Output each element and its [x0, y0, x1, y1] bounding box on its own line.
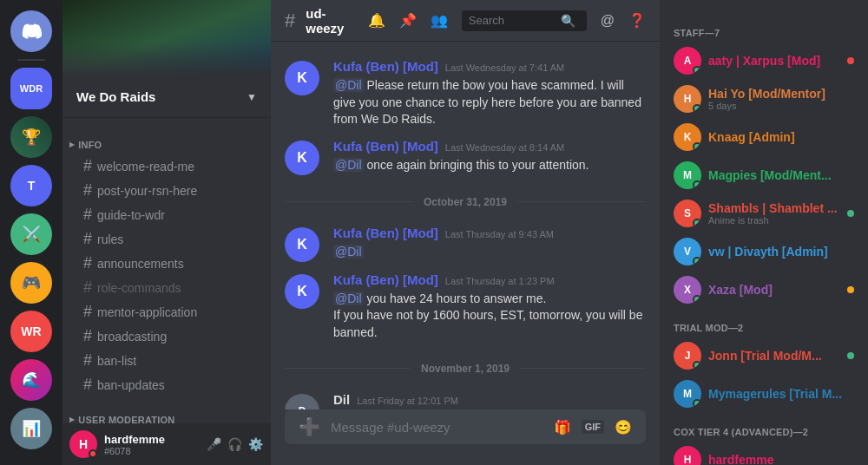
mention: @Dil: [333, 245, 364, 259]
discord-home-button[interactable]: [10, 10, 52, 52]
channel-mentor-application[interactable]: # mentor-application: [69, 300, 264, 324]
staff-section-header: STAFF—7: [667, 14, 861, 42]
headphones-icon[interactable]: 🎧: [226, 436, 243, 453]
user-panel-icons: 🎤 🎧 ⚙️: [205, 436, 264, 453]
member-item[interactable]: M Magpies [Mod/Ment...: [667, 156, 861, 194]
member-item[interactable]: H Hai Yo [Mod/Mentor] 5 days: [667, 80, 861, 118]
date-divider: November 1, 2019: [271, 349, 660, 389]
help-icon[interactable]: ❓: [628, 12, 646, 29]
message-header: Kufa (Ben) [Mod] Last Thursday at 9:43 A…: [333, 226, 646, 240]
channel-post-your-rsn[interactable]: # post-your-rsn-here: [69, 179, 264, 202]
online-indicator: [693, 104, 701, 113]
date-divider-text: October 31, 2019: [424, 196, 507, 208]
online-indicator: [693, 399, 701, 408]
channel-label: ban-updates: [97, 378, 165, 392]
channels-list: ▸ INFO # welcome-read-me # post-your-rsn…: [62, 118, 271, 423]
divider-line: [285, 201, 413, 202]
member-item[interactable]: J Jonn [Trial Mod/M...: [667, 337, 861, 375]
member-avatar: M: [674, 380, 701, 408]
member-item[interactable]: S Shambls | Shamblet ... Anime is trash: [667, 194, 861, 232]
info-section-header[interactable]: ▸ INFO: [62, 125, 271, 154]
gif-icon[interactable]: GIF: [582, 420, 604, 434]
members-icon[interactable]: 👥: [431, 12, 448, 29]
user-avatar: H: [69, 430, 97, 458]
hash-icon: #: [83, 351, 92, 370]
server-name-header[interactable]: We Do Raids ▼: [62, 76, 271, 118]
member-item[interactable]: X Xaza [Mod]: [667, 271, 861, 309]
message-content: Dil Last Friday at 12:01 PM I'll give it…: [333, 392, 646, 409]
channel-rules[interactable]: # rules: [69, 227, 264, 251]
channel-sidebar: We Do Raids ▼ ▸ INFO # welcome-read-me #…: [62, 0, 271, 465]
message-input[interactable]: [331, 410, 543, 444]
chat-input-area: ➕ 🎁 GIF 😊: [271, 409, 660, 465]
emoji-icon[interactable]: 😊: [615, 419, 632, 436]
user-moderation-header[interactable]: ▸ USER MODERATION: [62, 400, 271, 423]
channel-welcome-read-me[interactable]: # welcome-read-me: [69, 154, 264, 178]
server-divider: [17, 59, 45, 61]
add-file-button[interactable]: ➕: [299, 409, 320, 444]
divider-line: [520, 368, 646, 369]
server-name-text: We Do Raids: [76, 89, 155, 104]
server-icon-8[interactable]: 📊: [10, 408, 52, 449]
message-content: Kufa (Ben) [Mod] Last Wednesday at 7:41 …: [333, 59, 646, 128]
message-header: Kufa (Ben) [Mod] Last Wednesday at 8:14 …: [333, 139, 646, 154]
bell-icon[interactable]: 🔔: [368, 12, 385, 29]
server-icon-5[interactable]: 🎮: [10, 262, 52, 304]
channel-label: rules: [97, 232, 123, 246]
member-info: vw | Divayth [Admin]: [708, 245, 854, 259]
message-author: Kufa (Ben) [Mod]: [333, 139, 438, 154]
member-name: Jonn [Trial Mod/M...: [708, 349, 840, 363]
at-icon[interactable]: @: [601, 13, 615, 29]
member-item[interactable]: M Mymagerules [Trial M...: [667, 375, 861, 413]
avatar: K: [285, 227, 319, 262]
microphone-icon[interactable]: 🎤: [205, 436, 222, 453]
channel-ban-updates[interactable]: # ban-updates: [69, 373, 264, 396]
server-icon-7[interactable]: 🌊: [10, 359, 52, 401]
member-name: Magpies [Mod/Ment...: [708, 168, 854, 182]
channel-guide-to-wdr[interactable]: # guide-to-wdr: [69, 203, 264, 226]
avatar: K: [285, 61, 319, 95]
pin-icon[interactable]: 📌: [399, 12, 417, 29]
member-item[interactable]: A aaty | Xarpus [Mod]: [667, 42, 861, 80]
message-content: Kufa (Ben) [Mod] Last Thursday at 9:43 A…: [333, 226, 646, 262]
input-icons: 🎁 GIF 😊: [554, 419, 632, 436]
server-icon-2[interactable]: 🏆: [10, 116, 52, 158]
member-item[interactable]: H hardfemme: [667, 441, 861, 465]
message-timestamp: Last Wednesday at 8:14 AM: [445, 142, 564, 153]
message-text: @Dil: [333, 244, 646, 261]
channel-label: role-commands: [97, 281, 181, 295]
channel-role-commands[interactable]: # role-commands: [69, 276, 264, 299]
settings-icon[interactable]: ⚙️: [247, 436, 264, 453]
member-avatar: M: [674, 161, 701, 189]
channel-announcements[interactable]: # announcements: [69, 252, 264, 275]
server-icon-3[interactable]: T: [10, 165, 52, 206]
message-timestamp: Last Wednesday at 7:41 AM: [445, 62, 564, 73]
member-avatar: K: [674, 123, 701, 151]
user-panel: H hardfemme #6078 🎤 🎧 ⚙️: [62, 423, 271, 465]
gift-icon[interactable]: 🎁: [554, 419, 571, 436]
message-header: Kufa (Ben) [Mod] Last Wednesday at 7:41 …: [333, 59, 646, 74]
message-text: @Dil you have 24 hours to answer me. If …: [333, 291, 646, 342]
channel-ban-list[interactable]: # ban-list: [69, 349, 264, 372]
channel-broadcasting[interactable]: # broadcasting: [69, 324, 264, 348]
search-input[interactable]: [469, 14, 556, 27]
channel-label: broadcasting: [97, 330, 167, 344]
hash-icon: #: [83, 376, 92, 394]
hash-icon: #: [83, 230, 92, 248]
member-avatar: A: [674, 47, 701, 75]
server-icon-6[interactable]: WR: [10, 311, 52, 352]
member-info: Mymagerules [Trial M...: [708, 387, 854, 401]
online-indicator: [693, 257, 701, 265]
search-bar[interactable]: 🔍: [462, 10, 587, 31]
chat-channel-name: ud-weezy: [306, 6, 347, 36]
member-item[interactable]: V vw | Divayth [Admin]: [667, 232, 861, 271]
member-item[interactable]: K Knaag [Admin]: [667, 118, 861, 156]
member-avatar: V: [674, 238, 701, 265]
member-avatar: X: [674, 276, 701, 304]
message-timestamp: Last Friday at 12:01 PM: [357, 396, 458, 406]
hash-icon: #: [83, 327, 92, 345]
search-icon: 🔍: [561, 14, 575, 28]
messages-area: K Kufa (Ben) [Mod] Last Wednesday at 7:4…: [271, 42, 660, 409]
server-icon-we-do-raids[interactable]: WDR: [10, 68, 52, 109]
server-icon-4[interactable]: ⚔️: [10, 213, 52, 255]
